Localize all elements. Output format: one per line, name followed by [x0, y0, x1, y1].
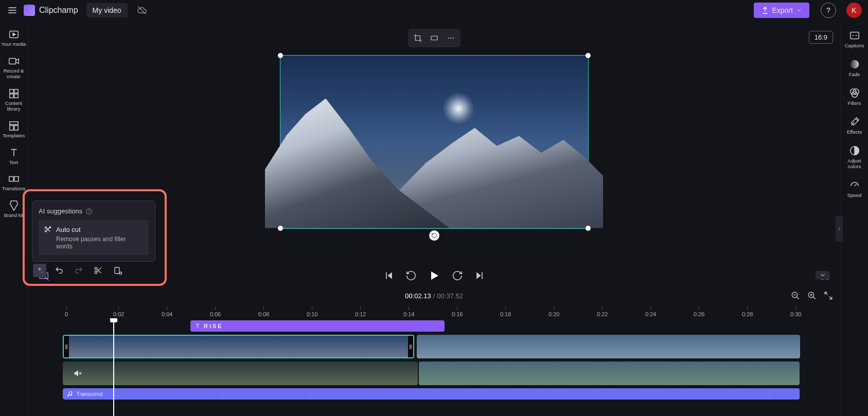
- timeline-ruler: 00:020:040:060:080:100:120:140:160:180:2…: [28, 303, 840, 318]
- resize-handle[interactable]: [586, 226, 591, 231]
- user-avatar[interactable]: K: [846, 3, 862, 18]
- resize-handle[interactable]: [586, 53, 591, 58]
- app-header: Clipchamp My video Export ? K: [0, 0, 868, 21]
- sidebar-content-library[interactable]: Content library: [1, 85, 27, 115]
- ai-suggestion-autocut[interactable]: Auto cut Remove pauses and filler words: [39, 220, 149, 255]
- app-logo[interactable]: Clipchamp: [24, 5, 78, 16]
- sidebar-filters[interactable]: Filters: [842, 83, 867, 110]
- svg-rect-18: [14, 177, 18, 182]
- svg-marker-5: [13, 33, 15, 36]
- resize-handle[interactable]: [278, 226, 283, 231]
- crop-button[interactable]: [410, 31, 426, 45]
- resize-handle[interactable]: [278, 53, 283, 58]
- playback-controls: [28, 263, 840, 288]
- video-clip-selected[interactable]: || ||: [63, 335, 414, 358]
- video-clip[interactable]: [63, 361, 418, 385]
- svg-line-52: [855, 184, 857, 186]
- svg-line-34: [813, 297, 816, 299]
- svg-line-37: [825, 292, 827, 295]
- help-button[interactable]: ?: [821, 3, 836, 18]
- fit-button[interactable]: [427, 31, 442, 45]
- project-name[interactable]: My video: [86, 3, 128, 17]
- scissors-sparkle-icon: [44, 225, 52, 233]
- ruler-tick: 0:28: [742, 307, 753, 317]
- ruler-tick: 0: [65, 307, 68, 317]
- clip-handle-left[interactable]: ||: [64, 336, 69, 357]
- svg-rect-17: [9, 177, 13, 182]
- svg-point-20: [448, 38, 449, 39]
- svg-rect-12: [9, 121, 18, 124]
- ai-panel-title: AI suggestions: [39, 207, 82, 215]
- svg-line-58: [46, 228, 50, 231]
- sidebar-effects[interactable]: Effects: [842, 112, 867, 139]
- rotate-handle[interactable]: [429, 230, 439, 241]
- timeline-toolbar: [29, 260, 129, 281]
- mute-icon[interactable]: [74, 369, 82, 377]
- svg-rect-13: [9, 125, 13, 130]
- audio-clip[interactable]: Transcend: [63, 388, 800, 400]
- skip-end-button[interactable]: [474, 270, 485, 281]
- left-sidebar: Your media Record & create Content libra…: [0, 21, 28, 416]
- svg-point-45: [70, 394, 72, 396]
- sidebar-speed[interactable]: Speed: [842, 175, 867, 202]
- aspect-ratio-badge[interactable]: 16:9: [809, 31, 833, 44]
- ruler-tick: 0:24: [645, 307, 656, 317]
- collapse-timeline-button[interactable]: [816, 271, 830, 279]
- text-track: RISE: [63, 320, 835, 332]
- sidebar-text[interactable]: Text: [1, 144, 27, 169]
- autocut-desc: Remove pauses and filler words: [56, 236, 144, 250]
- sidebar-transitions[interactable]: Transitions: [1, 170, 27, 195]
- crop-tool-button[interactable]: [111, 264, 125, 277]
- ruler-tick: 0:18: [500, 307, 511, 317]
- ai-sparkle-button[interactable]: [33, 264, 46, 277]
- video-clip[interactable]: [417, 335, 800, 358]
- fit-timeline-button[interactable]: [824, 291, 833, 300]
- sidebar-your-media[interactable]: Your media: [1, 26, 27, 50]
- ruler-tick: 0:02: [113, 307, 124, 317]
- svg-point-55: [89, 209, 90, 210]
- svg-rect-8: [9, 89, 13, 93]
- more-options-button[interactable]: [443, 31, 458, 45]
- undo-button[interactable]: [52, 264, 66, 277]
- svg-rect-10: [9, 94, 13, 98]
- playhead[interactable]: [113, 318, 114, 416]
- rewind-button[interactable]: [405, 270, 417, 281]
- skip-start-button[interactable]: [384, 270, 394, 281]
- sidebar-fade[interactable]: Fade: [842, 55, 867, 81]
- info-icon[interactable]: [85, 208, 93, 215]
- ruler-tick: 0:10: [307, 307, 317, 317]
- menu-button[interactable]: [6, 4, 19, 16]
- sidebar-brand-kit[interactable]: Brand kit: [1, 197, 27, 222]
- autocut-title: Auto cut: [56, 226, 81, 233]
- video-preview[interactable]: [280, 55, 589, 229]
- svg-marker-27: [431, 272, 438, 280]
- sidebar-record-create[interactable]: Record & create: [1, 52, 27, 83]
- timeline: RISE || ||: [28, 318, 840, 416]
- export-button[interactable]: Export: [754, 3, 809, 18]
- svg-rect-64: [115, 267, 119, 274]
- sidebar-templates[interactable]: Templates: [1, 117, 27, 142]
- svg-marker-41: [75, 371, 78, 375]
- cloud-off-icon[interactable]: [137, 5, 147, 15]
- app-name: Clipchamp: [39, 6, 78, 15]
- sidebar-adjust-colors[interactable]: Adjust colors: [842, 141, 867, 173]
- collapse-right-panel[interactable]: [836, 216, 843, 242]
- forward-button[interactable]: [452, 270, 463, 281]
- svg-point-44: [68, 395, 69, 396]
- zoom-out-button[interactable]: [791, 291, 800, 300]
- svg-marker-7: [15, 59, 18, 63]
- svg-line-31: [796, 297, 799, 299]
- text-clip[interactable]: RISE: [190, 320, 445, 332]
- sidebar-captions[interactable]: Captions: [842, 26, 867, 52]
- redo-button[interactable]: [72, 264, 85, 277]
- export-label: Export: [772, 6, 793, 14]
- video-clip[interactable]: [419, 361, 800, 385]
- audio-track: Transcend: [63, 388, 835, 400]
- play-button[interactable]: [428, 269, 440, 282]
- clip-handle-right[interactable]: ||: [408, 336, 413, 357]
- svg-point-47: [850, 60, 859, 69]
- zoom-in-button[interactable]: [807, 291, 817, 300]
- split-button[interactable]: [92, 264, 105, 277]
- svg-marker-28: [476, 272, 481, 279]
- audio-clip-label: Transcend: [76, 391, 103, 397]
